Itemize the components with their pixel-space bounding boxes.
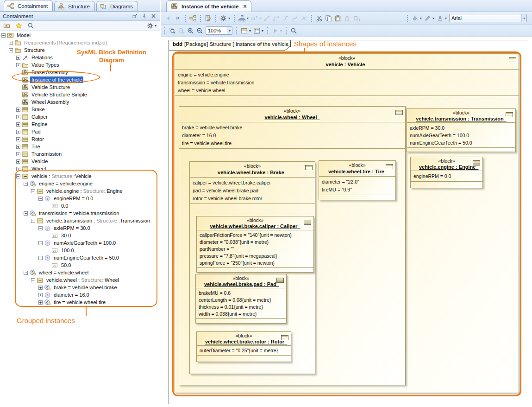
- zoom-out-icon[interactable]: [195, 26, 204, 35]
- chevrons-icon[interactable]: [173, 14, 182, 23]
- slot-value[interactable]: brakeMU = 0.6: [199, 290, 283, 297]
- fill-bucket-icon[interactable]: [411, 14, 419, 23]
- expander-icon[interactable]: −: [31, 219, 35, 223]
- gear-icon[interactable]: [219, 14, 228, 23]
- slot-value[interactable]: brake = vehicle.wheel.brake: [182, 124, 402, 132]
- tree-item[interactable]: +Transmission: [0, 150, 160, 158]
- expander-icon[interactable]: −: [1, 33, 6, 38]
- chevron-down-icon[interactable]: ▾: [420, 16, 422, 20]
- search-icon[interactable]: [289, 26, 298, 35]
- chevron-down-icon[interactable]: ▾: [249, 29, 251, 33]
- tree-item[interactable]: 20,100.0: [0, 247, 160, 254]
- expander-icon[interactable]: +: [16, 115, 20, 119]
- slot-value[interactable]: thickness = 0.01{unit = metre}: [199, 304, 283, 311]
- slot-value[interactable]: engine = vehicle.engine: [178, 71, 516, 79]
- slot-value[interactable]: partNumber = "": [200, 246, 311, 253]
- chevron-down-icon[interactable]: ▾: [262, 29, 263, 33]
- tree-item[interactable]: +Engine: [0, 121, 160, 128]
- block-tire-instance[interactable]: «block» vehicle.wheel.tire : Tire diamet…: [319, 160, 396, 200]
- tree-item[interactable]: +Rotor: [0, 135, 160, 143]
- layout-tree-icon[interactable]: [238, 14, 246, 23]
- tree-item[interactable]: +brake = vehicle.wheel.brake: [0, 284, 160, 291]
- add-node-icon[interactable]: [250, 14, 259, 23]
- tree-item[interactable]: Instance of the vehicle: [0, 76, 160, 83]
- line-rect-icon[interactable]: [272, 14, 281, 23]
- expander-icon[interactable]: −: [38, 197, 43, 201]
- tree-item[interactable]: +Caliper: [0, 113, 160, 121]
- slot-value[interactable]: numAxleGearTeeth = 100.0: [410, 132, 513, 139]
- expander-icon[interactable]: −: [38, 256, 43, 260]
- slot-value[interactable]: pressure = "7.8"{unit = megapascal}: [200, 253, 311, 260]
- tree-item[interactable]: −sengineRPM = 0.0: [0, 195, 160, 202]
- shapes-toggle-icon[interactable]: [240, 26, 249, 35]
- slot-value[interactable]: diameter = "22.0": [322, 178, 393, 186]
- tree-item[interactable]: +sdiameter = 16.0: [0, 291, 160, 299]
- block-transmission-instance[interactable]: «block» vehicle.transmission : Transmiss…: [407, 108, 516, 152]
- slot-value[interactable]: width = 0.038{unit = metre}: [199, 311, 283, 318]
- tree-item[interactable]: Vehicle Structure Simple: [0, 91, 160, 98]
- slot-value[interactable]: engineRPM = 0.0: [413, 172, 480, 180]
- tree-item[interactable]: Wheel Assembly: [0, 98, 160, 106]
- tree-item[interactable]: +Brake: [0, 106, 160, 113]
- font-color-icon[interactable]: A: [436, 14, 444, 23]
- expander-icon[interactable]: −: [31, 278, 35, 282]
- tree-item[interactable]: −Structure: [0, 46, 160, 54]
- expander-icon[interactable]: +: [38, 286, 43, 290]
- tab-instance-of-the-vehicle[interactable]: Instance of the vehicle ×: [166, 0, 251, 12]
- favorites-icon[interactable]: [14, 21, 23, 30]
- tree-item[interactable]: +Wheel: [0, 165, 160, 172]
- pen-icon[interactable]: [423, 14, 432, 23]
- tree-item[interactable]: Brake Assembly: [0, 69, 160, 76]
- font-combobox[interactable]: Arial▾: [449, 14, 527, 22]
- expander-icon[interactable]: −: [24, 182, 28, 186]
- tree-item[interactable]: −vehicle.wheel : Structure::Wheel: [0, 276, 160, 284]
- scissors-icon[interactable]: [315, 14, 324, 23]
- close-icon[interactable]: [150, 13, 157, 19]
- zoom-fit-icon[interactable]: [168, 26, 176, 35]
- doc-edit-icon[interactable]: [204, 14, 213, 23]
- slot-value[interactable]: wheel = vehicle.wheel: [178, 87, 516, 95]
- expander-icon[interactable]: −: [31, 189, 35, 193]
- tree-item[interactable]: −snumAxleGearTeeth = 100.0: [0, 239, 160, 247]
- slot-value[interactable]: outerDiameter = "0.25"{unit = metre}: [200, 347, 288, 354]
- tree-item[interactable]: +Vehicle: [0, 158, 160, 165]
- expander-icon[interactable]: +: [38, 293, 43, 297]
- tree-item[interactable]: 20,30.0: [0, 232, 160, 239]
- expander-icon[interactable]: −: [38, 226, 43, 230]
- compartment-icon[interactable]: [281, 334, 288, 339]
- slot-value[interactable]: centerLength = 0.08{unit = metre}: [199, 297, 283, 304]
- expander-icon[interactable]: −: [24, 211, 28, 216]
- tree-item[interactable]: −vehicle.engine : Structure::Engine: [0, 187, 160, 195]
- tree-item[interactable]: Vehicle Structure: [0, 83, 160, 91]
- slot-value[interactable]: caliper = vehicle.wheel.brake.caliper: [193, 179, 312, 187]
- search-icon[interactable]: [26, 21, 35, 30]
- slot-value[interactable]: axleRPM = 30.0: [410, 124, 513, 132]
- expander-icon[interactable]: +: [16, 63, 20, 67]
- play-icon[interactable]: [271, 26, 280, 35]
- expander-icon[interactable]: −: [38, 241, 43, 245]
- tree-item[interactable]: −Model: [0, 32, 160, 39]
- chevron-down-icon[interactable]: ▾: [445, 16, 447, 20]
- expander-icon[interactable]: +: [16, 108, 20, 112]
- compartment-icon[interactable]: [276, 276, 284, 281]
- expander-icon[interactable]: +: [16, 159, 20, 164]
- block-rotor-instance[interactable]: «block» vehicle.wheel.brake.rotor : Roto…: [196, 331, 291, 362]
- zoom-in-icon[interactable]: [186, 26, 195, 35]
- tree-item[interactable]: −engine = vehicle.engine: [0, 180, 160, 187]
- chevron-down-icon[interactable]: ▾: [247, 16, 249, 20]
- compartment-icon[interactable]: [473, 159, 480, 164]
- slot-value[interactable]: diameter = 16.0: [182, 132, 402, 140]
- tree-item[interactable]: −snumEngineGearTeeth = 50.0: [0, 254, 160, 261]
- chevron-down-icon[interactable]: ▾: [155, 24, 156, 28]
- gear-icon[interactable]: [146, 21, 155, 30]
- tree-item[interactable]: −vehicle : Structure::Vehicle: [0, 172, 160, 180]
- line-curve-icon[interactable]: [290, 14, 299, 23]
- slot-value[interactable]: rotor = vehicle.wheel.brake.rotor: [193, 195, 312, 203]
- expander-icon[interactable]: +: [38, 300, 43, 305]
- line-oblique-icon[interactable]: [281, 14, 290, 23]
- containment-tree-icon[interactable]: [188, 14, 197, 23]
- slot-value[interactable]: tireMU = "0.9": [322, 186, 393, 194]
- compartment-icon[interactable]: [304, 218, 311, 223]
- tree-item[interactable]: −transmission = vehicle.transmission: [0, 210, 160, 217]
- tree-item[interactable]: 20,0.0: [0, 202, 160, 210]
